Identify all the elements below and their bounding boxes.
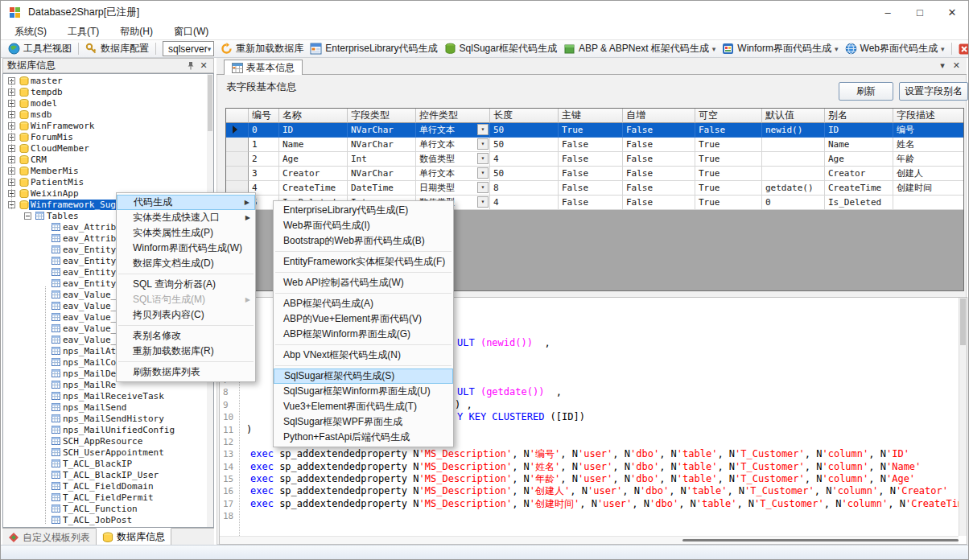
submenu-item-17[interactable]: SqlSugar框架WPF界面生成 [274, 414, 453, 430]
grid-cell[interactable]: 单行文本▾ [416, 167, 490, 181]
tree-table-item[interactable]: nps_MailSend [3, 401, 213, 413]
grid-cell[interactable]: True [695, 167, 762, 181]
grid-row-selector[interactable] [226, 138, 249, 152]
grid-cell[interactable]: 单行文本▾ [416, 123, 490, 138]
tree-database-ForumMis[interactable]: ForumMis [3, 131, 213, 142]
tab-table-basic-info[interactable]: 表基本信息 [224, 60, 303, 76]
context-menu-item-6[interactable]: SQL 查询分析器(A) [117, 277, 255, 292]
submenu-item-8[interactable]: ABP框架代码生成(A) [274, 296, 453, 311]
grid-cell[interactable]: Creator [825, 167, 893, 181]
cell-dropdown-icon[interactable]: ▾ [477, 124, 489, 135]
tab-list-dropdown-icon[interactable]: ▾ [940, 60, 945, 71]
context-menu-item-7[interactable]: SQL语句生成(M)▶ [117, 292, 255, 307]
grid-cell[interactable]: True [559, 123, 623, 138]
submenu-item-9[interactable]: ABP的Vue+Element界面代码(V) [274, 311, 453, 327]
grid-cell[interactable]: 4 [490, 152, 559, 167]
grid-cell[interactable]: 0 [249, 123, 279, 138]
sqlsugar-codegen-button[interactable]: SqlSugar框架代码生成 [441, 41, 560, 56]
context-menu-item-2[interactable]: 实体类属性生成(P) [117, 225, 255, 241]
context-menu-item-8[interactable]: 拷贝列表内容(C) [117, 307, 255, 323]
tree-database-CRM[interactable]: CRM [3, 154, 213, 165]
grid-column-header[interactable]: 字段描述 [893, 109, 964, 123]
grid-cell[interactable]: False [559, 181, 623, 196]
grid-cell[interactable]: 创建时间 [893, 181, 964, 196]
submenu-item-14[interactable]: SqlSugar框架代码生成(S) [274, 369, 453, 384]
tree-database-MemberMis[interactable]: MemberMis [3, 165, 213, 176]
context-menu-item-1[interactable]: 实体类生成快速入口▶ [117, 210, 255, 225]
grid-cell[interactable] [762, 138, 825, 152]
grid-cell[interactable]: 日期类型▾ [416, 181, 490, 196]
winform-codegen-button[interactable]: Winform界面代码生成 ▾ [719, 41, 841, 56]
tree-table-item[interactable]: T_ACL_BlackIP [3, 458, 213, 469]
grid-cell[interactable]: 编号 [893, 123, 964, 138]
menubar-item-2[interactable]: 帮助(H) [109, 23, 163, 40]
grid-cell[interactable]: False [623, 138, 695, 152]
grid-cell[interactable]: 单行文本▾ [416, 138, 490, 152]
grid-cell[interactable]: 50 [490, 123, 559, 138]
tree-database-model[interactable]: model [3, 97, 213, 109]
tree-table-item[interactable]: T_ACL_JobPost [3, 514, 213, 525]
web-codegen-button[interactable]: Web界面代码生成 ▾ [842, 41, 948, 56]
tree-database-WinFramework[interactable]: WinFramework [3, 120, 213, 131]
grid-column-header[interactable]: 编号 [249, 109, 279, 123]
grid-cell[interactable] [893, 196, 964, 210]
database-type-select[interactable]: sqlserver ▾ [163, 41, 214, 56]
grid-column-header[interactable]: 名称 [279, 109, 348, 123]
menubar-item-0[interactable]: 系统(S) [4, 23, 57, 40]
grid-cell[interactable]: Age [825, 152, 893, 167]
tab-close-icon[interactable]: ✕ [953, 60, 960, 71]
grid-cell[interactable]: False [623, 167, 695, 181]
toolbar-view-button[interactable]: 工具栏视图 [5, 41, 75, 56]
tree-database-PatientMis[interactable]: PatientMis [3, 176, 213, 187]
grid-row-selector[interactable] [226, 167, 249, 181]
grid-row[interactable]: 2AgeInt数值类型▾4FalseFalseTrueAge年龄 [226, 152, 963, 167]
submenu-item-6[interactable]: Web API控制器代码生成(W) [274, 275, 453, 290]
tree-table-item[interactable]: SCH_AppResource [3, 435, 213, 447]
submenu-item-0[interactable]: EnterpriseLibrary代码生成(E) [274, 203, 453, 218]
grid-cell[interactable]: ID [279, 123, 348, 138]
tree-table-item[interactable]: T_ACL_Function [3, 503, 213, 514]
grid-cell[interactable]: False [559, 152, 623, 167]
grid-cell[interactable]: False [623, 123, 695, 138]
tree-table-item[interactable]: SCH_UserAppointment [3, 447, 213, 458]
context-menu-item-3[interactable]: Winform界面代码生成(W) [117, 241, 255, 256]
cell-dropdown-icon[interactable]: ▾ [477, 138, 489, 150]
grid-row[interactable]: 0IDNVarChar单行文本▾50TrueFalseFalsenewid()I… [226, 123, 963, 138]
grid-cell[interactable]: False [559, 138, 623, 152]
grid-cell[interactable]: False [623, 181, 695, 196]
grid-column-header[interactable]: 长度 [490, 109, 559, 123]
grid-cell[interactable]: 年龄 [893, 152, 964, 167]
submenu-item-18[interactable]: Python+FastApi后端代码生成 [274, 430, 453, 445]
grid-cell[interactable]: CreateTime [279, 181, 348, 196]
panel-tab-database-info[interactable]: 数据库信息 [96, 528, 171, 546]
tree-database-msdb[interactable]: msdb [3, 109, 213, 120]
grid-cell[interactable]: False [695, 123, 762, 138]
grid-cell[interactable]: 0 [762, 196, 825, 210]
grid-column-header[interactable]: 字段类型 [348, 109, 416, 123]
grid-cell[interactable]: Name [825, 138, 893, 152]
grid-cell[interactable]: False [559, 196, 623, 210]
exit-button[interactable]: 退出 [955, 41, 969, 56]
cell-dropdown-icon[interactable]: ▾ [477, 196, 489, 208]
tree-database-CloudMember[interactable]: CloudMember [3, 142, 213, 154]
cell-dropdown-icon[interactable]: ▾ [477, 167, 489, 179]
refresh-button[interactable]: 刷新 [839, 82, 893, 101]
cell-dropdown-icon[interactable]: ▾ [477, 182, 489, 193]
menubar-item-1[interactable]: 工具(T) [57, 23, 109, 40]
grid-row[interactable]: 4CreateTimeDateTime日期类型▾8FalseFalseTrueg… [226, 181, 963, 196]
grid-row[interactable]: 1NameNVarChar单行文本▾50FalseFalseTrueName姓名 [226, 138, 963, 152]
grid-cell[interactable] [762, 152, 825, 167]
maximize-button[interactable]: □ [904, 1, 936, 23]
db-config-button[interactable]: 数据库配置 [82, 41, 152, 56]
context-menu-item-0[interactable]: 代码生成▶ [117, 195, 255, 210]
grid-cell[interactable]: CreateTime [825, 181, 893, 196]
panel-close-icon[interactable]: ✕ [198, 60, 209, 71]
grid-cell[interactable]: NVarChar [348, 167, 416, 181]
grid-cell[interactable]: False [623, 152, 695, 167]
submenu-item-1[interactable]: Web界面代码生成(I) [274, 218, 453, 233]
grid-cell[interactable]: True [695, 196, 762, 210]
grid-column-header[interactable]: 别名 [825, 109, 893, 123]
grid-cell[interactable]: Creator [279, 167, 348, 181]
grid-column-header[interactable]: 控件类型 [416, 109, 490, 123]
reload-database-button[interactable]: 重新加载数据库 [217, 41, 307, 56]
